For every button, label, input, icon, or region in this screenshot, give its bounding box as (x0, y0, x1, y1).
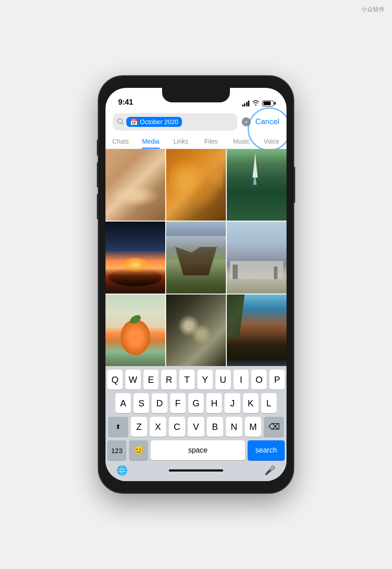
cancel-button[interactable]: Cancel (255, 117, 279, 126)
status-time: 9:41 (118, 98, 133, 107)
key-y[interactable]: Y (197, 370, 213, 390)
key-e[interactable]: E (143, 370, 159, 390)
wifi-icon (252, 100, 259, 107)
search-bar[interactable]: 📅 October 2020 (113, 113, 237, 130)
svg-line-1 (122, 123, 123, 124)
key-z[interactable]: Z (131, 417, 147, 437)
filter-tabs: Chats Media Links Files Music Voice (105, 134, 287, 149)
media-item-7[interactable] (105, 294, 165, 366)
media-item-3[interactable] (227, 149, 287, 221)
home-indicator (169, 469, 223, 472)
space-key[interactable]: space (151, 440, 245, 460)
media-item-2[interactable] (166, 149, 226, 221)
search-area: 📅 October 2020 × Cancel (105, 110, 287, 134)
shift-key[interactable]: ⬆ (108, 417, 128, 437)
calendar-icon: 📅 (130, 118, 138, 125)
keyboard: Q W E R T Y U I O P A S D F G H J K (105, 366, 287, 481)
key-f[interactable]: F (170, 393, 186, 413)
keyboard-row-1: Q W E R T Y U I O P (107, 370, 285, 390)
key-g[interactable]: G (188, 393, 204, 413)
key-p[interactable]: P (269, 370, 285, 390)
key-u[interactable]: U (215, 370, 231, 390)
emoji-key[interactable]: 😊 (129, 440, 148, 460)
key-n[interactable]: N (226, 417, 242, 437)
tab-chats[interactable]: Chats (105, 134, 136, 149)
search-key[interactable]: search (248, 440, 285, 460)
key-h[interactable]: H (206, 393, 222, 413)
tab-music[interactable]: Music (226, 134, 257, 149)
media-item-6[interactable] (227, 222, 287, 293)
key-m[interactable]: M (245, 417, 261, 437)
key-x[interactable]: X (150, 417, 166, 437)
key-j[interactable]: J (225, 393, 240, 413)
tab-media[interactable]: Media (136, 134, 166, 149)
key-q[interactable]: Q (107, 370, 123, 390)
signal-icon (242, 100, 250, 106)
key-d[interactable]: D (152, 393, 167, 413)
key-r[interactable]: R (161, 370, 177, 390)
phone-device: 9:41 (99, 76, 293, 493)
notch (162, 88, 230, 102)
media-item-8[interactable] (166, 294, 226, 366)
keyboard-row-3: ⬆ Z X C V B N M ⌫ (107, 417, 285, 437)
media-item-5[interactable] (166, 222, 226, 293)
filter-label: October 2020 (140, 118, 178, 125)
volume-up-button (97, 162, 99, 188)
key-l[interactable]: L (261, 393, 277, 413)
num-key[interactable]: 123 (107, 440, 126, 460)
key-o[interactable]: O (251, 370, 267, 390)
key-t[interactable]: T (179, 370, 195, 390)
key-i[interactable]: I (234, 370, 249, 390)
globe-icon[interactable]: 🌐 (116, 465, 128, 476)
clear-filter-button[interactable]: × (242, 117, 251, 126)
status-icons (242, 100, 274, 107)
search-filter-pill[interactable]: 📅 October 2020 (126, 117, 182, 127)
key-c[interactable]: C (169, 417, 185, 437)
media-item-4[interactable] (105, 222, 165, 293)
key-a[interactable]: A (115, 393, 131, 413)
search-icon (117, 118, 124, 126)
mic-icon[interactable]: 🎤 (264, 465, 276, 476)
tab-links[interactable]: Links (166, 134, 196, 149)
delete-key[interactable]: ⌫ (264, 417, 284, 437)
keyboard-row-2: A S D F G H J K L (107, 393, 285, 413)
key-k[interactable]: K (243, 393, 258, 413)
media-item-1[interactable] (105, 149, 165, 221)
key-s[interactable]: S (134, 393, 149, 413)
battery-icon (262, 101, 274, 106)
key-b[interactable]: B (207, 417, 223, 437)
keyboard-bottom-row: 123 😊 space search (107, 440, 285, 460)
key-v[interactable]: V (188, 417, 204, 437)
power-button (293, 167, 295, 203)
keyboard-globe-row: 🌐 🎤 (107, 462, 285, 479)
key-w[interactable]: W (125, 370, 141, 390)
watermark-text: 小众软件 (361, 5, 385, 14)
tab-voice[interactable]: Voice (256, 134, 287, 149)
phone-screen: 9:41 (105, 88, 287, 481)
media-grid (105, 149, 287, 366)
tab-files[interactable]: Files (196, 134, 226, 149)
media-item-9[interactable] (227, 294, 287, 366)
clear-icon: × (245, 119, 248, 125)
volume-down-button (97, 194, 99, 219)
